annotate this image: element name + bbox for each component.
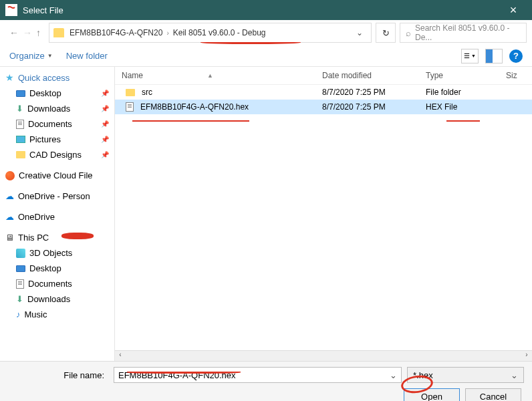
breadcrumb-part[interactable]: Keil 8051 v9.60.0 - Debug [173, 28, 266, 37]
sidebar-onedrive[interactable]: ☁OneDrive [0, 209, 114, 225]
sidebar-item-downloads[interactable]: ⬇Downloads📌 [0, 101, 114, 116]
cloud-icon: ☁ [5, 212, 14, 222]
sidebar-item-downloads2[interactable]: ⬇Downloads [0, 291, 114, 307]
column-date[interactable]: Date modified [315, 71, 419, 80]
help-icon[interactable]: ? [509, 49, 523, 63]
column-type[interactable]: Type [419, 71, 499, 80]
desktop-icon [16, 90, 25, 97]
sidebar-quick-access[interactable]: ★ Quick access [0, 70, 114, 86]
chevron-down-icon[interactable]: ⌄ [511, 370, 518, 380]
sidebar: ★ Quick access Desktop📌 ⬇Downloads📌 Docu… [0, 67, 115, 361]
cancel-button[interactable]: Cancel [465, 388, 521, 401]
annotation-breadcrumb-underline [201, 40, 301, 44]
file-row[interactable]: src 8/7/2020 7:25 PM File folder [115, 85, 532, 100]
pictures-icon [16, 136, 25, 143]
nav-arrows: ← → ↑ [5, 27, 45, 38]
breadcrumb-part[interactable]: EFM8BB10F4G-A-QFN20 [70, 28, 162, 37]
desktop-icon [16, 265, 25, 272]
window-title: Select File [23, 5, 63, 15]
view-options-button[interactable]: ☰ ▼ [461, 49, 479, 63]
organize-button[interactable]: Organize ▼ [9, 51, 53, 61]
refresh-button[interactable]: ↻ [376, 23, 396, 43]
app-icon [5, 4, 17, 16]
documents-icon [16, 120, 24, 129]
cloud-icon: ☁ [5, 191, 14, 201]
search-input[interactable]: ⌕ Search Keil 8051 v9.60.0 - De... [400, 23, 527, 43]
chevron-right-icon: › [166, 29, 168, 37]
column-size[interactable]: Siz [499, 71, 532, 80]
pin-icon: 📌 [101, 90, 109, 97]
downloads-icon: ⬇ [16, 294, 23, 304]
breadcrumb: EFM8BB10F4G-A-QFN20 › Keil 8051 v9.60.0 … [70, 28, 265, 37]
main-area: ★ Quick access Desktop📌 ⬇Downloads📌 Docu… [0, 67, 532, 361]
sort-arrow-icon: ▲ [207, 72, 213, 79]
close-icon[interactable]: × [500, 3, 527, 17]
new-folder-button[interactable]: New folder [66, 51, 108, 61]
pin-icon: 📌 [101, 105, 109, 112]
sidebar-item-music[interactable]: ♪Music [0, 307, 114, 322]
sidebar-item-desktop[interactable]: Desktop📌 [0, 86, 114, 101]
pc-icon: 🖥 [5, 233, 14, 243]
creative-cloud-icon [5, 171, 15, 180]
music-icon: ♪ [16, 309, 21, 319]
sidebar-item-documents[interactable]: Documents📌 [0, 116, 114, 132]
file-list: Name▲ Date modified Type Siz src 8/7/202… [115, 67, 532, 361]
chevron-down-icon: ▼ [47, 53, 53, 59]
file-row[interactable]: EFM8BB10F4G-A-QFN20.hex 8/7/2020 7:25 PM… [115, 100, 532, 114]
annotation-onedrive-redaction [61, 233, 94, 239]
search-icon: ⌕ [406, 28, 411, 38]
documents-icon [16, 279, 24, 289]
sidebar-item-documents2[interactable]: Documents [0, 276, 114, 291]
file-icon [126, 102, 134, 112]
back-icon[interactable]: ← [9, 27, 19, 38]
annotation-file-underline [132, 120, 249, 122]
annotation-filename-underline [127, 370, 241, 374]
sidebar-creative-cloud[interactable]: Creative Cloud File [0, 168, 114, 183]
horizontal-scrollbar[interactable]: ‹ › [115, 350, 532, 361]
dialog-footer: File name: EFM8BB10F4G-A-QFN20.hex ⌄ *.h… [0, 361, 532, 401]
preview-pane-button[interactable] [485, 49, 503, 63]
sidebar-item-desktop2[interactable]: Desktop [0, 261, 114, 276]
up-icon[interactable]: ↑ [36, 27, 41, 38]
folder-icon [16, 151, 25, 158]
sidebar-item-pictures[interactable]: Pictures📌 [0, 132, 114, 147]
pin-icon: 📌 [101, 151, 109, 158]
downloads-icon: ⬇ [16, 104, 23, 114]
star-icon: ★ [5, 72, 14, 83]
annotation-type-underline [446, 120, 480, 122]
3d-objects-icon [16, 249, 25, 258]
folder-icon [53, 28, 64, 37]
toolbar: Organize ▼ New folder ☰ ▼ ? [0, 45, 532, 67]
column-name[interactable]: Name▲ [115, 71, 315, 80]
scroll-right-icon[interactable]: › [521, 351, 532, 361]
scroll-left-icon[interactable]: ‹ [115, 351, 126, 361]
pin-icon: 📌 [101, 136, 109, 143]
sidebar-this-pc[interactable]: 🖥This PC [0, 230, 114, 245]
sidebar-item-cad[interactable]: CAD Designs📌 [0, 147, 114, 162]
pin-icon: 📌 [101, 120, 109, 128]
search-placeholder: Search Keil 8051 v9.60.0 - De... [415, 23, 521, 42]
file-list-header: Name▲ Date modified Type Siz [115, 67, 532, 85]
chevron-down-icon[interactable]: ⌄ [390, 370, 397, 380]
title-bar: Select File × [0, 0, 532, 20]
forward-icon[interactable]: → [23, 27, 32, 38]
folder-icon [126, 89, 135, 96]
sidebar-onedrive-personal[interactable]: ☁OneDrive - Person [0, 188, 114, 204]
filename-label: File name: [8, 370, 108, 380]
chevron-down-icon[interactable]: ⌄ [352, 28, 367, 37]
sidebar-item-3d[interactable]: 3D Objects [0, 245, 114, 261]
